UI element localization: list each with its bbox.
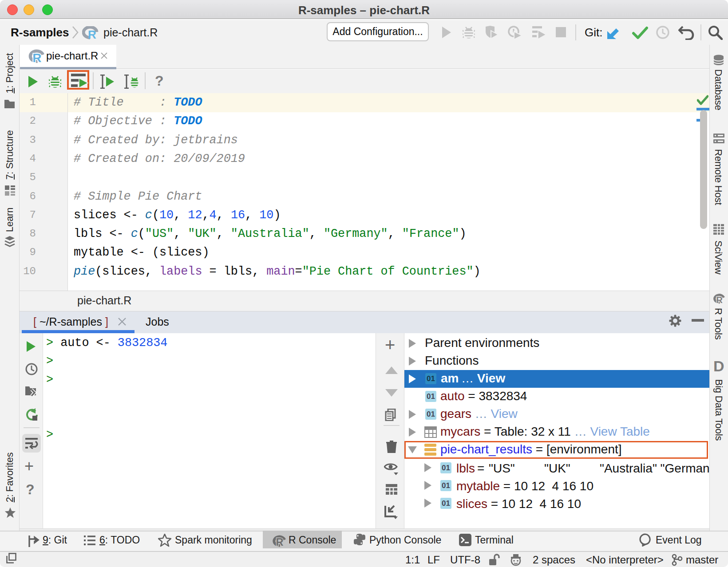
svg-text:R: R: [716, 295, 723, 304]
svg-text:R: R: [88, 28, 96, 39]
svg-text:R: R: [276, 536, 283, 547]
